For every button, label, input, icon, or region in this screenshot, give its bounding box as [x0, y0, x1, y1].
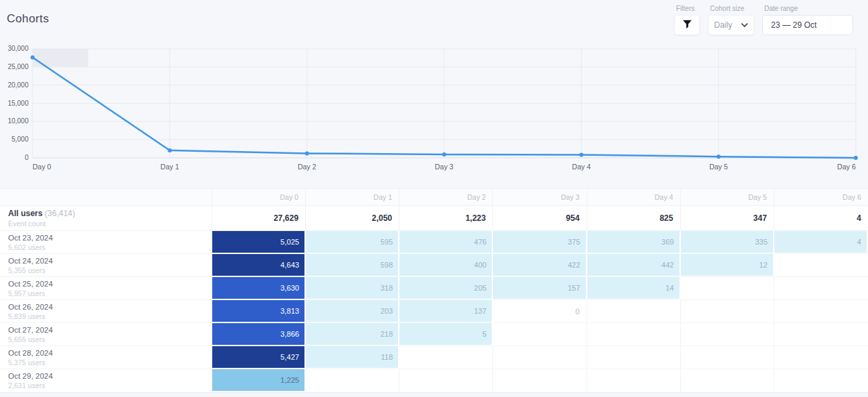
cohort-cell[interactable]: 14 — [587, 277, 681, 300]
cohort-cell-value: 157 — [493, 277, 585, 299]
cohort-cell[interactable]: 118 — [306, 346, 399, 369]
chart-point[interactable] — [305, 151, 309, 155]
cohort-cell-value: 4,643 — [212, 254, 304, 276]
cohort-users-count: 5,375 users — [8, 358, 203, 367]
cohort-cell[interactable]: 5,427 — [212, 346, 306, 369]
y-axis-tick: 15,000 — [7, 100, 28, 107]
chart-point[interactable] — [579, 153, 583, 157]
cohort-cell-value: 137 — [399, 300, 492, 322]
cohort-cell-value: 369 — [587, 231, 679, 253]
cohort-cell-value: 335 — [681, 231, 773, 253]
cohort-cell-value — [587, 369, 680, 392]
all-users-label: All users (36,414) — [8, 209, 203, 218]
cohort-cell-value — [681, 323, 774, 346]
cohort-cell — [681, 346, 774, 369]
cohort-row: Oct 27, 20245,655 users3,8662185 — [0, 323, 868, 346]
cohort-cell-value — [587, 346, 680, 369]
cohort-cell[interactable]: 335 — [681, 231, 774, 254]
cohort-cell — [681, 300, 774, 323]
cohort-cell[interactable]: 3,630 — [212, 277, 306, 300]
y-axis-tick: 0 — [24, 154, 28, 161]
date-range-value: 23 — 29 Oct — [771, 20, 816, 30]
cohort-line-chart: 05,00010,00015,00020,00025,00030,000Day … — [0, 42, 868, 177]
cohort-cell — [399, 369, 493, 392]
all-users-count: (36,414) — [45, 209, 75, 218]
cohort-cell-value: 203 — [306, 300, 398, 322]
cohort-row: Oct 23, 20245,602 users5,025595476375369… — [0, 231, 868, 254]
cohort-cell-value — [493, 346, 586, 369]
cohort-cell[interactable]: 157 — [493, 277, 587, 300]
x-axis-tick: Day 6 — [837, 163, 856, 171]
cohort-cell[interactable]: 598 — [306, 254, 399, 277]
cohort-cell[interactable]: 400 — [399, 254, 493, 277]
cohort-size-select[interactable]: Daily — [708, 15, 754, 35]
cohort-users-count: 5,839 users — [8, 312, 203, 320]
chart-point[interactable] — [442, 152, 446, 156]
cohort-cell[interactable]: 3,813 — [212, 300, 306, 323]
retention-chart-area: 05,00010,00015,00020,00025,00030,000Day … — [0, 42, 868, 177]
cohort-size-label: Cohort size — [710, 5, 754, 12]
cohort-cell-value: 476 — [399, 231, 492, 253]
summary-value-cell: 4 — [774, 206, 868, 230]
cohort-cell-value — [774, 277, 868, 300]
cohort-cell-value: 442 — [587, 254, 679, 276]
cohort-cell[interactable]: 476 — [399, 231, 493, 254]
cohort-users-count: 5,655 users — [8, 335, 203, 343]
y-axis-tick: 10,000 — [7, 117, 28, 125]
cohort-date: Oct 23, 2024 — [8, 234, 203, 242]
chart-point[interactable] — [717, 154, 721, 159]
cohort-cell[interactable]: 375 — [493, 231, 587, 254]
cohort-cell-value: 5 — [399, 323, 492, 345]
cohort-cell-value: 422 — [493, 254, 585, 276]
cohort-cell-value: 5,427 — [212, 346, 304, 368]
cohort-cell[interactable]: 218 — [306, 323, 399, 346]
cohort-cell[interactable]: 4,643 — [212, 254, 306, 277]
cohort-cell[interactable]: 369 — [587, 231, 681, 254]
cohort-cell[interactable]: 5 — [399, 323, 493, 346]
x-axis-tick: Day 4 — [572, 163, 591, 171]
cohort-cell — [399, 346, 493, 369]
cohort-cell[interactable]: 595 — [306, 231, 399, 254]
cohort-cell-value — [681, 277, 774, 300]
cohort-size-value: Daily — [714, 20, 732, 30]
cohort-cell — [774, 300, 868, 323]
cohort-cell[interactable]: 203 — [306, 300, 399, 323]
chart-point[interactable] — [854, 156, 858, 160]
chart-point[interactable] — [31, 56, 35, 60]
cohort-cell-value: 595 — [306, 231, 398, 253]
cohort-cell[interactable]: 0 — [493, 300, 587, 323]
all-users-label-cell: All users (36,414)Event count — [0, 206, 212, 230]
cohort-cell-value: 3,813 — [212, 300, 304, 322]
cohort-cell — [306, 369, 399, 392]
chevron-down-icon — [741, 20, 748, 30]
day-column-header: Day 5 — [681, 189, 774, 205]
cohort-cell[interactable]: 205 — [399, 277, 493, 300]
cohort-cell[interactable]: 5,025 — [212, 231, 306, 254]
x-axis-tick: Day 0 — [33, 163, 52, 171]
date-range-label: Date range — [764, 5, 853, 12]
date-range-input[interactable]: 23 — 29 Oct — [762, 15, 853, 35]
cohort-cell[interactable]: 4 — [774, 231, 868, 254]
cohort-cell[interactable]: 12 — [681, 254, 774, 277]
table-header-row: Day 0Day 1Day 2Day 3Day 4Day 5Day 6 — [0, 188, 868, 206]
cohort-label-cell: Oct 24, 20245,355 users — [0, 254, 212, 277]
cohort-cell[interactable]: 137 — [399, 300, 493, 323]
cohort-users-count: 2,631 users — [8, 381, 203, 390]
chart-point[interactable] — [167, 148, 172, 152]
cohort-cell[interactable]: 318 — [306, 277, 399, 300]
toolbar: Filters Cohort size Daily Date range 23 … — [674, 5, 853, 35]
cohort-cell — [774, 277, 868, 300]
cohort-table: Day 0Day 1Day 2Day 3Day 4Day 5Day 6All u… — [0, 188, 868, 393]
filters-button[interactable] — [674, 15, 700, 35]
cohort-row: Oct 28, 20245,375 users5,427118 — [0, 346, 868, 369]
cohort-row: Oct 25, 20245,957 users3,63031820515714 — [0, 277, 868, 300]
cohort-date: Oct 29, 2024 — [8, 372, 203, 380]
cohort-cell — [587, 369, 681, 392]
cohort-cell-value: 598 — [306, 254, 398, 276]
cohort-cell[interactable]: 1,225 — [212, 369, 306, 392]
cohort-label-cell: Oct 25, 20245,957 users — [0, 277, 212, 300]
day-column-header: Day 2 — [399, 189, 493, 205]
cohort-cell[interactable]: 3,866 — [212, 323, 306, 346]
cohort-cell[interactable]: 422 — [493, 254, 587, 277]
cohort-cell[interactable]: 442 — [587, 254, 681, 277]
